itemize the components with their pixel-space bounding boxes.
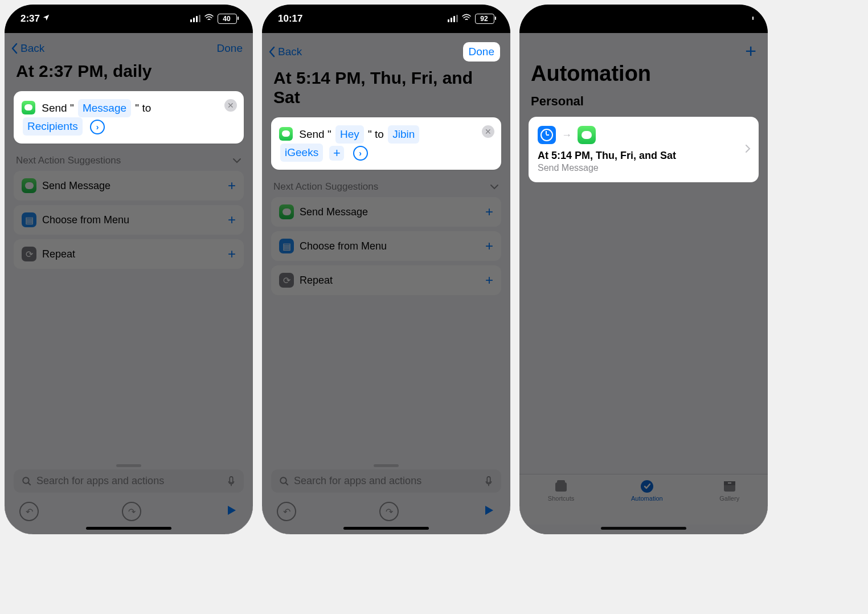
- suggestion-send-message[interactable]: Send Message +: [14, 171, 244, 200]
- messages-app-icon: [22, 101, 35, 114]
- search-placeholder: Search for apps and actions: [36, 475, 164, 487]
- automation-card-title: At 5:14 PM, Thu, Fri, and Sat: [538, 150, 750, 162]
- add-icon[interactable]: +: [228, 246, 236, 262]
- time-trigger-icon: [538, 126, 556, 144]
- add-icon[interactable]: +: [228, 178, 236, 194]
- recipients-placeholder-pill[interactable]: Recipients: [23, 117, 83, 136]
- messages-app-icon: [279, 127, 293, 141]
- arrow-icon: →: [562, 129, 572, 141]
- recipient-pill-1[interactable]: Jibin: [388, 125, 419, 144]
- send-message-action-card[interactable]: Send " Hey " to Jibin iGeeks + › ✕: [271, 117, 501, 170]
- status-time: 2:37: [21, 13, 40, 24]
- messages-app-icon: [578, 126, 596, 144]
- phone-panel-2: 10:17 92 Back Done At 5:14 PM,: [262, 5, 510, 534]
- suggestion-choose-from-menu[interactable]: ▤Choose from Menu +: [14, 205, 244, 235]
- page-title: At 5:14 PM, Thu, Fri, and Sat: [262, 67, 510, 115]
- suggestion-send-message[interactable]: Send Message +: [271, 197, 501, 227]
- cellular-icon: [705, 15, 715, 22]
- search-icon: [22, 476, 32, 486]
- wifi-icon: [461, 13, 472, 24]
- svg-line-1: [28, 482, 31, 485]
- chevron-down-icon[interactable]: [232, 155, 241, 166]
- phone-panel-3: 10:31 90 + Automation Personal →: [519, 5, 768, 534]
- suggestion-choose-from-menu[interactable]: ▤Choose from Menu +: [271, 231, 501, 261]
- back-button[interactable]: Back: [268, 46, 302, 58]
- back-label: Back: [278, 46, 302, 58]
- sugg-label: Repeat: [42, 248, 75, 260]
- tab-gallery[interactable]: Gallery: [719, 479, 739, 502]
- done-button[interactable]: Done: [217, 42, 243, 55]
- svg-rect-10: [555, 482, 567, 492]
- drag-grabber[interactable]: [116, 464, 141, 467]
- disclosure-icon[interactable]: ›: [353, 146, 368, 161]
- battery-indicator: 90: [732, 14, 752, 24]
- home-indicator[interactable]: [601, 527, 686, 530]
- tab-shortcuts[interactable]: Shortcuts: [548, 479, 574, 502]
- undo-button[interactable]: ↶: [19, 502, 39, 521]
- clear-action-icon[interactable]: ✕: [482, 125, 494, 138]
- phone-panel-1: 2:37 40 Back Done: [5, 5, 253, 534]
- sugg-label: Send Message: [42, 180, 110, 192]
- tab-label: Gallery: [719, 495, 739, 502]
- home-indicator[interactable]: [343, 527, 429, 530]
- disclosure-icon[interactable]: ›: [90, 120, 105, 134]
- message-placeholder-pill[interactable]: Message: [78, 99, 131, 117]
- status-time: 10:17: [278, 13, 302, 24]
- message-text-pill[interactable]: Hey: [335, 125, 364, 144]
- menu-icon: ▤: [279, 239, 294, 253]
- search-input[interactable]: Search for apps and actions: [14, 469, 244, 493]
- back-button[interactable]: Back: [10, 42, 44, 55]
- drag-grabber[interactable]: [374, 464, 399, 467]
- cellular-icon: [190, 15, 200, 22]
- add-recipient-icon[interactable]: +: [329, 146, 344, 161]
- add-automation-button[interactable]: +: [745, 40, 756, 62]
- mic-icon[interactable]: [484, 476, 493, 487]
- recipient-pill-2[interactable]: iGeeks: [280, 144, 323, 162]
- send-text: Send ": [42, 102, 73, 114]
- run-button[interactable]: [224, 504, 238, 519]
- svg-line-6: [285, 482, 288, 485]
- svg-marker-9: [485, 506, 493, 515]
- send-text: Send ": [299, 128, 331, 140]
- svg-point-5: [280, 477, 286, 484]
- send-message-action-card[interactable]: Send " Message " to Recipients › ✕: [14, 91, 244, 144]
- suggestions-header: Next Action Suggestions: [16, 155, 121, 166]
- run-button[interactable]: [482, 504, 496, 519]
- automation-card-subtitle: Send Message: [538, 163, 750, 173]
- messages-icon: [279, 204, 294, 219]
- sugg-label: Repeat: [300, 275, 333, 286]
- chevron-down-icon[interactable]: [490, 181, 499, 193]
- tab-bar: Shortcuts Automation Gallery: [519, 474, 768, 525]
- tab-label: Automation: [631, 495, 663, 502]
- repeat-icon: ⟳: [279, 273, 294, 288]
- wifi-icon: [204, 13, 214, 24]
- add-icon[interactable]: +: [228, 212, 236, 228]
- mic-icon[interactable]: [227, 476, 236, 487]
- add-icon[interactable]: +: [485, 238, 493, 254]
- automation-row[interactable]: → At 5:14 PM, Thu, Fri, and Sat Send Mes…: [529, 117, 759, 182]
- status-bar: 2:37 40: [5, 5, 253, 33]
- status-bar: 10:17 92: [262, 5, 510, 33]
- to-text: " to: [368, 128, 384, 140]
- clear-action-icon[interactable]: ✕: [224, 99, 237, 112]
- repeat-icon: ⟳: [22, 247, 36, 261]
- status-time: 10:31: [535, 13, 560, 24]
- search-input[interactable]: Search for apps and actions: [271, 469, 501, 493]
- undo-button[interactable]: ↶: [277, 502, 296, 521]
- battery-indicator: 92: [475, 14, 494, 24]
- suggestion-repeat[interactable]: ⟳Repeat +: [14, 239, 244, 269]
- done-button[interactable]: Done: [463, 42, 500, 62]
- suggestion-repeat[interactable]: ⟳Repeat +: [271, 265, 501, 295]
- redo-button[interactable]: ↷: [122, 502, 141, 521]
- add-icon[interactable]: +: [485, 272, 493, 288]
- location-icon: [42, 13, 50, 24]
- tab-automation[interactable]: Automation: [631, 479, 663, 502]
- personal-section-label: Personal: [519, 89, 768, 114]
- status-bar: 10:31 90: [519, 5, 768, 33]
- home-indicator[interactable]: [86, 527, 171, 530]
- chevron-right-icon: [745, 144, 751, 155]
- redo-button[interactable]: ↷: [379, 502, 399, 521]
- cellular-icon: [448, 15, 458, 22]
- add-icon[interactable]: +: [485, 204, 493, 220]
- wifi-icon: [719, 13, 729, 24]
